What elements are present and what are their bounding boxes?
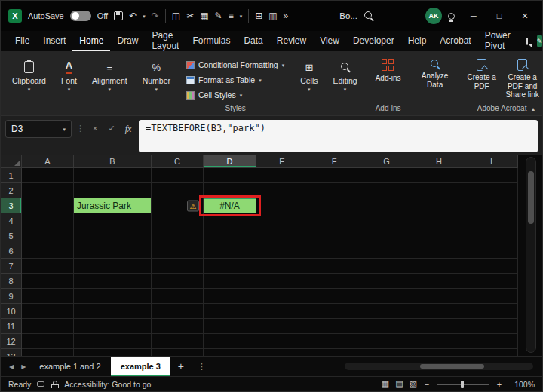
cell-A10[interactable]: [22, 304, 74, 319]
cell-A4[interactable]: [22, 213, 74, 228]
cell-A7[interactable]: [22, 259, 74, 274]
vertical-scrollbar[interactable]: [526, 157, 536, 353]
cell-F10[interactable]: [308, 304, 360, 319]
cell-H11[interactable]: [413, 319, 465, 334]
format-painter-icon[interactable]: ✎: [215, 11, 222, 20]
cell-G6[interactable]: [360, 243, 413, 259]
create-pdf-button[interactable]: Create a PDF: [462, 57, 502, 100]
column-header-G[interactable]: G: [360, 155, 413, 168]
cancel-formula-button[interactable]: ×: [89, 120, 101, 133]
cell-D11[interactable]: [204, 319, 256, 334]
cell-H5[interactable]: [413, 228, 465, 243]
cell-E5[interactable]: [256, 228, 308, 243]
row-header-1[interactable]: 1: [1, 168, 22, 183]
cell-A2[interactable]: [22, 183, 74, 198]
cell-E1[interactable]: [256, 168, 308, 183]
cell-I6[interactable]: [465, 243, 518, 259]
row-header-13[interactable]: 13: [1, 349, 22, 356]
cell-B1[interactable]: [74, 168, 152, 183]
add-sheet-button[interactable]: +: [170, 357, 192, 376]
cell-styles-button[interactable]: Cell Styles ▾: [186, 87, 284, 103]
create-pdf-share-button[interactable]: Create a PDF and Share link: [503, 57, 542, 100]
editing-group-button[interactable]: Editing ▾: [328, 54, 363, 114]
cell-E9[interactable]: [256, 289, 308, 304]
cell-B13[interactable]: [74, 349, 152, 356]
format-as-table-button[interactable]: Format as Table ▾: [186, 72, 284, 87]
cell-I5[interactable]: [465, 228, 518, 243]
menu-tab-developer[interactable]: Developer: [346, 31, 401, 51]
insert-function-button[interactable]: fx: [122, 120, 134, 135]
cell-E13[interactable]: [256, 349, 308, 356]
cell-H2[interactable]: [413, 183, 465, 198]
row-header-8[interactable]: 8: [1, 274, 22, 289]
excel-logo-icon[interactable]: X: [8, 9, 22, 23]
cell-F9[interactable]: [308, 289, 360, 304]
zoom-slider-knob[interactable]: [461, 381, 464, 388]
maximize-button[interactable]: □: [489, 11, 509, 20]
cell-E7[interactable]: [256, 259, 308, 274]
zoom-out-button[interactable]: −: [423, 380, 431, 389]
cell-C5[interactable]: [152, 228, 204, 243]
select-all-corner[interactable]: [1, 155, 22, 168]
cell-F4[interactable]: [308, 213, 360, 228]
menu-tab-data[interactable]: Data: [237, 31, 269, 51]
cell-A9[interactable]: [22, 289, 74, 304]
cell-D9[interactable]: [204, 289, 256, 304]
cell-G5[interactable]: [360, 228, 413, 243]
cell-B2[interactable]: [74, 183, 152, 198]
column-header-B[interactable]: B: [74, 155, 152, 168]
error-warning-icon[interactable]: ⚠: [187, 200, 199, 211]
page-layout-view-icon[interactable]: ▤: [395, 379, 403, 389]
cell-G12[interactable]: [360, 334, 413, 349]
cell-A6[interactable]: [22, 243, 74, 259]
zoom-level[interactable]: 100%: [509, 380, 535, 389]
cell-H4[interactable]: [413, 213, 465, 228]
cell-H12[interactable]: [413, 334, 465, 349]
menu-tab-home[interactable]: Home: [72, 31, 110, 51]
cell-F8[interactable]: [308, 274, 360, 289]
cell-C12[interactable]: [152, 334, 204, 349]
macro-record-icon[interactable]: [37, 381, 44, 387]
menu-tab-help[interactable]: Help: [401, 31, 434, 51]
cell-H3[interactable]: [413, 198, 465, 213]
cell-D6[interactable]: [204, 243, 256, 259]
row-header-10[interactable]: 10: [1, 304, 22, 319]
cell-D5[interactable]: [204, 228, 256, 243]
cell-F2[interactable]: [308, 183, 360, 198]
column-header-A[interactable]: A: [22, 155, 74, 168]
cell-B11[interactable]: [74, 319, 152, 334]
cell-F11[interactable]: [308, 319, 360, 334]
cell-H10[interactable]: [413, 304, 465, 319]
cell-H6[interactable]: [413, 243, 465, 259]
workbook-name[interactable]: Bo...: [339, 11, 357, 20]
cells-group-button[interactable]: ⊞ Cells ▾: [295, 54, 323, 114]
accessibility-status[interactable]: Accessibility: Good to go: [64, 380, 151, 389]
cell-G1[interactable]: [360, 168, 413, 183]
cell-B12[interactable]: [74, 334, 152, 349]
row-header-6[interactable]: 6: [1, 243, 22, 259]
cell-C9[interactable]: [152, 289, 204, 304]
horizontal-scrollbar-thumb[interactable]: [420, 364, 484, 369]
zoom-slider[interactable]: [437, 384, 489, 385]
clipboard-group-button[interactable]: Clipboard ▾: [7, 54, 51, 114]
formula-input[interactable]: =TEXTBEFORE(B3,"park"): [139, 120, 538, 152]
cell-F6[interactable]: [308, 243, 360, 259]
cell-D4[interactable]: [204, 213, 256, 228]
cell-A1[interactable]: [22, 168, 74, 183]
row-header-9[interactable]: 9: [1, 289, 22, 304]
minimize-button[interactable]: ─: [464, 11, 483, 20]
cell-E10[interactable]: [256, 304, 308, 319]
cell-D13[interactable]: [204, 349, 256, 356]
cell-A11[interactable]: [22, 319, 74, 334]
cell-E3[interactable]: [256, 198, 308, 213]
close-button[interactable]: ✕: [515, 11, 535, 21]
cell-E2[interactable]: [256, 183, 308, 198]
cell-D8[interactable]: [204, 274, 256, 289]
conditional-formatting-button[interactable]: Conditional Formatting ▾: [186, 57, 284, 72]
row-header-2[interactable]: 2: [1, 183, 22, 198]
cell-F7[interactable]: [308, 259, 360, 274]
column-header-C[interactable]: C: [152, 155, 204, 168]
cell-C13[interactable]: [152, 349, 204, 356]
column-header-I[interactable]: I: [465, 155, 518, 168]
next-sheet-button[interactable]: ▶: [17, 357, 29, 376]
